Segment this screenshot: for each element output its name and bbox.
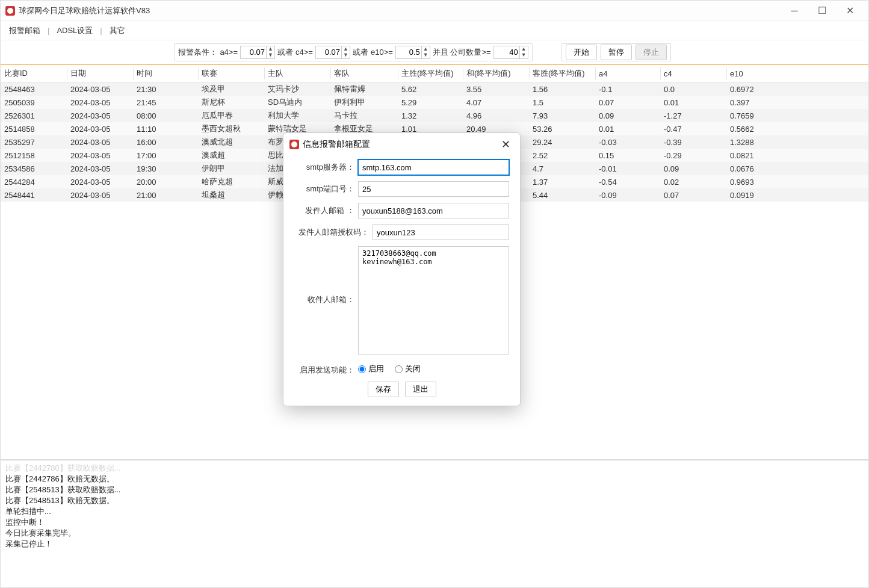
dialog-body: smtp服务器： smtp端口号： 发件人邮箱 ： 发件人邮箱授权码： 收件人邮… [283,156,520,406]
dialog-titlebar: 信息报警邮箱配置 ✕ [283,133,520,156]
enable-off-radio[interactable]: 关闭 [395,364,421,374]
sender-input[interactable] [358,203,509,218]
enable-label: 启用发送功能： [294,362,358,376]
sender-label: 发件人邮箱 ： [294,203,358,216]
email-config-dialog: 信息报警邮箱配置 ✕ smtp服务器： smtp端口号： 发件人邮箱 ： 发件人… [283,132,521,406]
recipients-textarea[interactable] [358,246,509,354]
smtp-port-input[interactable] [358,181,509,197]
enable-on-radio[interactable]: 启用 [358,364,384,374]
smtp-port-label: smtp端口号： [294,181,358,194]
auth-label: 发件人邮箱授权码： [294,224,373,238]
dialog-title: 信息报警邮箱配置 [303,139,370,150]
smtp-server-input[interactable] [358,159,509,175]
dialog-overlay: 信息报警邮箱配置 ✕ smtp服务器： smtp端口号： 发件人邮箱 ： 发件人… [0,0,869,588]
save-button[interactable]: 保存 [368,382,399,397]
smtp-server-label: smtp服务器： [294,159,358,173]
dialog-close-icon[interactable]: ✕ [498,138,514,151]
dialog-app-icon [289,140,299,149]
exit-button[interactable]: 退出 [405,382,436,397]
auth-input[interactable] [373,224,509,240]
recipients-label: 收件人邮箱： [294,246,358,305]
